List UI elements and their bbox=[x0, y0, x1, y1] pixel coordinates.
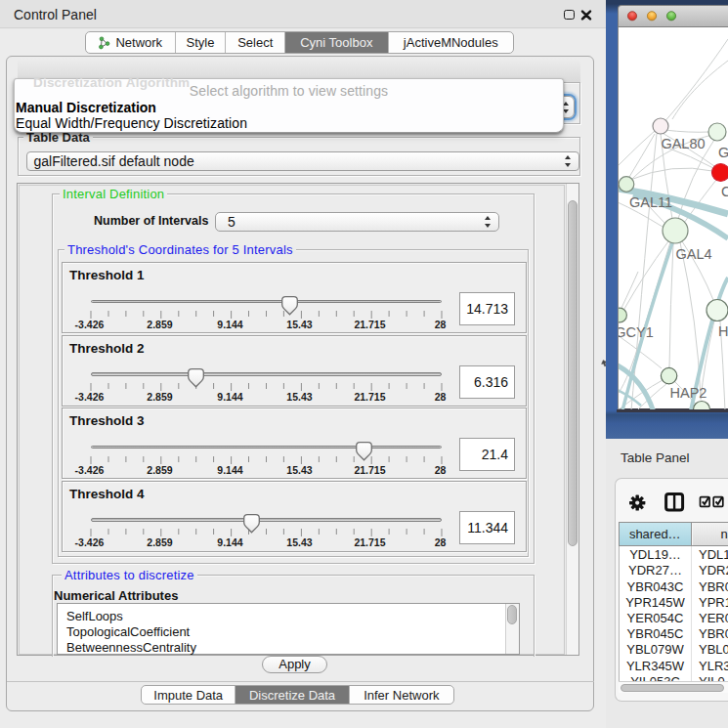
svg-text:C: C bbox=[721, 184, 728, 199]
svg-text:GAL80: GAL80 bbox=[661, 136, 705, 151]
svg-text:GCY1: GCY1 bbox=[618, 324, 654, 340]
svg-text:G.: G. bbox=[718, 145, 728, 160]
svg-text:GAL4: GAL4 bbox=[675, 246, 711, 262]
svg-text:GAL11: GAL11 bbox=[629, 194, 672, 210]
svg-text:HAP2: HAP2 bbox=[670, 385, 707, 401]
svg-text:H: H bbox=[718, 323, 728, 339]
